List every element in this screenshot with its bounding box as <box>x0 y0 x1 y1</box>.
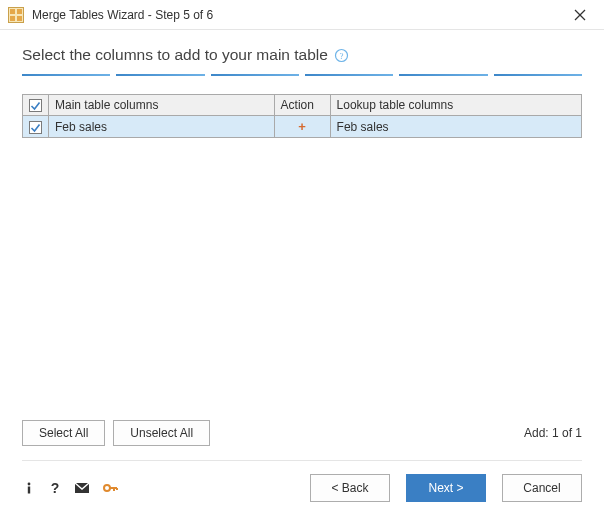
header-action[interactable]: Action <box>274 95 330 116</box>
row-action: + <box>274 116 330 138</box>
step-track <box>22 74 110 76</box>
row-checkbox-cell[interactable] <box>23 116 49 138</box>
step-track <box>116 74 204 76</box>
content-area: Select the columns to add to your main t… <box>0 30 604 138</box>
svg-rect-2 <box>17 9 22 14</box>
footer-icons: ? <box>22 481 118 495</box>
add-status: Add: 1 of 1 <box>524 426 582 440</box>
info-icon[interactable] <box>22 481 36 495</box>
header-lookup[interactable]: Lookup table columns <box>330 95 581 116</box>
checkbox-checked-icon <box>29 121 42 134</box>
svg-rect-3 <box>10 16 15 21</box>
header-main[interactable]: Main table columns <box>49 95 275 116</box>
step-track <box>211 74 299 76</box>
row-main-col: Feb sales <box>49 116 275 138</box>
footer-divider <box>22 460 582 461</box>
header-check-all[interactable] <box>23 95 49 116</box>
help-footer-icon[interactable]: ? <box>48 481 62 495</box>
svg-point-11 <box>28 483 31 486</box>
step-tracks <box>22 74 582 76</box>
table-row[interactable]: Feb sales + Feb sales <box>23 116 582 138</box>
svg-rect-4 <box>17 16 22 21</box>
columns-table: Main table columns Action Lookup table c… <box>22 94 582 138</box>
svg-rect-10 <box>30 121 42 133</box>
svg-text:?: ? <box>51 481 60 495</box>
nav-buttons: < Back Next > Cancel <box>310 474 582 502</box>
select-all-button[interactable]: Select All <box>22 420 105 446</box>
step-heading: Select the columns to add to your main t… <box>22 46 582 64</box>
footer: ? < Back Next > Cancel <box>22 474 582 502</box>
step-track <box>305 74 393 76</box>
row-lookup-col: Feb sales <box>330 116 581 138</box>
step-track <box>399 74 487 76</box>
step-track <box>494 74 582 76</box>
unselect-all-button[interactable]: Unselect All <box>113 420 210 446</box>
svg-point-15 <box>104 485 110 491</box>
checkbox-checked-icon <box>29 99 42 112</box>
table-header-row: Main table columns Action Lookup table c… <box>23 95 582 116</box>
titlebar: Merge Tables Wizard - Step 5 of 6 <box>0 0 604 30</box>
help-icon[interactable]: ? <box>334 48 349 63</box>
svg-rect-1 <box>10 9 15 14</box>
svg-rect-9 <box>30 100 42 112</box>
cancel-button[interactable]: Cancel <box>502 474 582 502</box>
plus-icon: + <box>298 119 306 134</box>
svg-text:?: ? <box>339 51 343 61</box>
next-button[interactable]: Next > <box>406 474 486 502</box>
window-title: Merge Tables Wizard - Step 5 of 6 <box>32 8 566 22</box>
close-button[interactable] <box>566 4 594 26</box>
back-button[interactable]: < Back <box>310 474 390 502</box>
mail-icon[interactable] <box>74 481 90 495</box>
svg-rect-12 <box>28 487 30 494</box>
selection-controls: Select All Unselect All Add: 1 of 1 <box>22 420 582 446</box>
heading-text: Select the columns to add to your main t… <box>22 46 328 64</box>
app-icon <box>8 7 24 23</box>
key-icon[interactable] <box>102 481 118 495</box>
close-icon <box>574 9 586 21</box>
